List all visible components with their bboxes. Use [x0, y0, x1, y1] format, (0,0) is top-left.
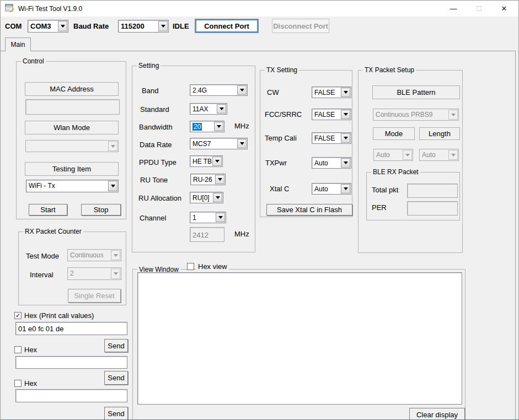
com-port-select[interactable]: COM3	[28, 20, 68, 33]
dropdown-arrow-icon[interactable]	[58, 21, 67, 31]
standard-select[interactable]: 11AX	[190, 103, 227, 115]
bandwidth-combo[interactable]: 20	[190, 121, 224, 132]
hex2-send-button[interactable]: Send	[104, 371, 128, 385]
dropdown-arrow-icon[interactable]	[216, 213, 225, 222]
testing-item-select[interactable]: WiFi - Tx	[26, 180, 119, 192]
mode-button[interactable]: Mode	[373, 127, 415, 140]
cw-select[interactable]: FALSE	[312, 87, 351, 98]
ru-tone-select[interactable]: RU-26	[190, 174, 226, 185]
hex3-checkbox-label: Hex	[24, 379, 37, 387]
ppdu-type-select[interactable]: HE TB	[190, 155, 223, 167]
dropdown-arrow-icon[interactable]	[108, 181, 117, 191]
channel-label: Channel	[140, 214, 166, 222]
dropdown-arrow-icon[interactable]	[214, 122, 223, 131]
dropdown-arrow-icon[interactable]	[341, 133, 350, 143]
hex3-input[interactable]	[15, 389, 127, 402]
wlan-mode-button-label: Wlan Mode	[53, 123, 90, 132]
wlan-mode-select[interactable]	[25, 140, 119, 152]
ble-pattern-button[interactable]: BLE Pattern	[372, 85, 460, 99]
test-mode-select[interactable]: Continuous	[67, 249, 121, 261]
mac-address-field[interactable]	[25, 99, 120, 115]
mac-address-button[interactable]: MAC Address	[25, 82, 119, 96]
test-mode-value: Continuous	[70, 251, 104, 259]
ble-rx-packet-group-title: BLE RX Packet	[371, 168, 420, 176]
minimize-icon: —	[450, 4, 457, 13]
cw-label: CW	[267, 88, 279, 96]
com-port-value: COM3	[30, 22, 51, 30]
tab-main-label: Main	[10, 41, 25, 49]
hex3-send-button[interactable]: Send	[104, 407, 128, 420]
tab-main[interactable]: Main	[5, 37, 31, 51]
view-window-textarea[interactable]	[137, 272, 462, 405]
hex1-send-button[interactable]: Send	[104, 339, 128, 352]
per-field	[407, 201, 458, 216]
hex-view-checkbox[interactable]	[187, 263, 194, 270]
maximize-button[interactable]	[466, 1, 491, 17]
txpwr-select[interactable]: Auto	[312, 157, 351, 169]
interval-value: 2	[70, 270, 74, 277]
ble-pattern-select[interactable]: Continuous PRBS9	[373, 109, 459, 121]
single-reset-button[interactable]: Single Reset	[68, 289, 121, 303]
length-value: Auto	[422, 151, 436, 159]
length-button[interactable]: Length	[419, 127, 460, 140]
xtal-c-select[interactable]: Auto	[312, 183, 351, 195]
mode-select[interactable]: Auto	[373, 149, 413, 161]
data-rate-select[interactable]: MCS7	[190, 138, 248, 149]
dropdown-arrow-icon[interactable]	[215, 175, 224, 184]
ru-allocation-label: RU Allocation	[138, 194, 181, 202]
dropdown-arrow-icon[interactable]	[213, 193, 222, 202]
dropdown-arrow-icon[interactable]	[341, 110, 350, 119]
clear-display-button[interactable]: Clear display	[409, 408, 465, 420]
minimize-button[interactable]: —	[441, 1, 466, 17]
single-reset-button-label: Single Reset	[74, 292, 115, 300]
stop-button[interactable]: Stop	[81, 204, 121, 216]
hex2-checkbox[interactable]	[14, 346, 22, 353]
hex1-checkbox[interactable]: ✓	[14, 312, 22, 319]
check-icon: ✓	[15, 313, 20, 319]
close-button[interactable]: ✕	[491, 1, 517, 17]
hex1-input[interactable]	[15, 322, 127, 335]
baud-rate-select[interactable]: 115200	[118, 20, 169, 33]
ble-pattern-button-label: BLE Pattern	[397, 88, 435, 96]
connect-port-button[interactable]: Connect Port	[195, 19, 259, 33]
bandwidth-value: 20	[192, 123, 202, 131]
dropdown-arrow-icon[interactable]	[341, 158, 350, 168]
dropdown-arrow-icon[interactable]	[341, 88, 350, 97]
hex1-send-label: Send	[108, 342, 124, 350]
dropdown-arrow-icon	[448, 150, 458, 160]
mac-address-button-label: MAC Address	[50, 85, 93, 93]
baud-rate-label: Baud Rate	[73, 22, 109, 30]
hex3-checkbox[interactable]	[14, 380, 22, 387]
temp-cali-select[interactable]: FALSE	[312, 132, 351, 144]
dropdown-arrow-icon	[111, 268, 120, 279]
ru-allocation-select[interactable]: RU[0]	[190, 192, 223, 203]
save-xtal-button[interactable]: Save Xtal C in Flash	[266, 204, 352, 216]
view-window-group: View Window Hex view Clear display	[132, 269, 466, 420]
dropdown-arrow-icon[interactable]	[237, 139, 247, 148]
interval-select[interactable]: 2	[67, 267, 121, 280]
channel-select[interactable]: 1	[190, 212, 226, 223]
dropdown-arrow-icon[interactable]	[212, 157, 222, 166]
setting-group: Setting Band 2.4G Standard 11AX Bandwidt…	[132, 66, 255, 252]
temp-cali-value: FALSE	[314, 134, 335, 142]
wlan-mode-button[interactable]: Wlan Mode	[25, 121, 119, 134]
title-bar: Wi-Fi Test Tool V1.9.0 — ✕	[1, 1, 518, 17]
fcc-srrc-select[interactable]: FALSE	[312, 109, 351, 120]
control-group-title: Control	[21, 57, 46, 65]
dropdown-arrow-icon[interactable]	[217, 104, 226, 114]
dropdown-arrow-icon[interactable]	[158, 21, 168, 31]
total-pkt-field	[407, 184, 458, 198]
testing-item-button[interactable]: Testing Item	[25, 162, 119, 176]
bandwidth-unit-label: MHz	[234, 122, 249, 130]
freq-unit-label: MHz	[234, 230, 249, 238]
start-button[interactable]: Start	[29, 204, 67, 216]
dropdown-arrow-icon[interactable]	[341, 184, 350, 193]
hex2-input[interactable]	[15, 356, 127, 369]
ru-tone-label: RU Tone	[140, 176, 168, 184]
disconnect-port-button[interactable]: Disconnect Port	[272, 19, 329, 33]
length-select[interactable]: Auto	[419, 149, 459, 161]
dropdown-arrow-icon[interactable]	[237, 85, 247, 95]
band-select[interactable]: 2.4G	[190, 84, 248, 96]
mode-value: Auto	[376, 151, 390, 159]
window-title: Wi-Fi Test Tool V1.9.0	[18, 5, 82, 13]
